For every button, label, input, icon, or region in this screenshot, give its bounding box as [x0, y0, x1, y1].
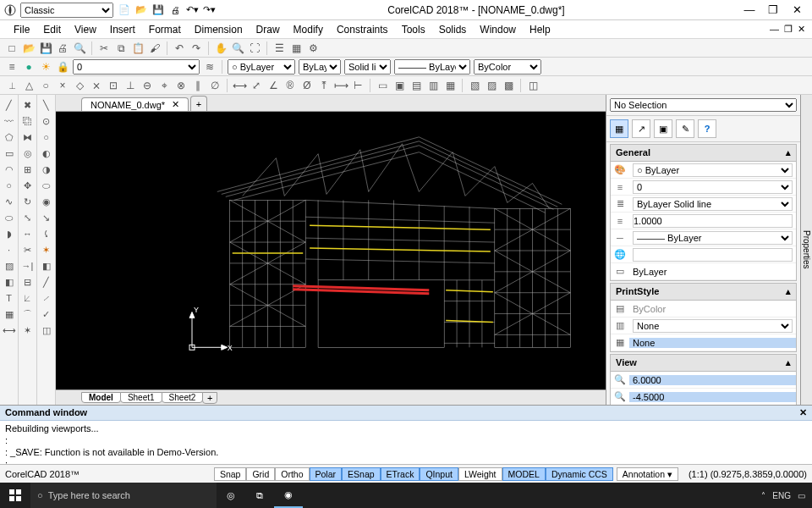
move-icon[interactable]: ✥: [21, 179, 35, 192]
m11-icon[interactable]: ◧: [40, 259, 53, 273]
drawing-canvas[interactable]: Y X: [56, 112, 606, 389]
osnap-none-icon[interactable]: ∅: [208, 79, 222, 92]
osnap-node-icon[interactable]: ×: [56, 79, 69, 92]
tray-lang[interactable]: ENG: [772, 491, 791, 500]
m13-icon[interactable]: ⟋: [40, 291, 53, 305]
section-general-header[interactable]: General▴: [610, 144, 797, 162]
menu-draw[interactable]: Draw: [250, 22, 287, 37]
dim-cont-icon[interactable]: ⟼: [334, 79, 348, 92]
tray-more-icon[interactable]: ▭: [798, 491, 805, 500]
undo2-icon[interactable]: ↶: [173, 41, 186, 55]
linestyle-select[interactable]: Solid line: [344, 59, 391, 75]
dim-linear-icon[interactable]: ⟷: [233, 79, 246, 92]
dim-base-icon[interactable]: ⊢: [351, 79, 365, 92]
point-tool-icon[interactable]: ·: [3, 243, 16, 257]
dim-radius-icon[interactable]: ®: [283, 79, 297, 92]
bycolor-select[interactable]: ByColor: [474, 59, 541, 75]
extend-icon[interactable]: →|: [21, 259, 35, 273]
menu-help[interactable]: Help: [523, 22, 557, 37]
command-output[interactable]: Rebuilding viewports... : : _SAVE: Funct…: [0, 421, 812, 464]
maximize-button[interactable]: ❐: [761, 3, 785, 16]
color-select[interactable]: ○ ByLayer: [228, 59, 295, 75]
properties-side-label[interactable]: Properties: [800, 95, 812, 405]
m2-icon[interactable]: ⊙: [40, 114, 53, 128]
prop-linestyle-select[interactable]: ——— ByLayer: [633, 231, 793, 245]
close-button[interactable]: ✕: [785, 3, 809, 16]
designcenter-icon[interactable]: ▦: [289, 41, 303, 55]
circle-tool-icon[interactable]: ○: [3, 179, 16, 192]
m14-icon[interactable]: ✓: [40, 307, 53, 321]
osnap-end-icon[interactable]: ⟂: [5, 79, 19, 92]
redo2-icon[interactable]: ↷: [189, 41, 203, 55]
lock-icon[interactable]: 🔒: [56, 60, 69, 74]
menu-modify[interactable]: Modify: [287, 22, 330, 37]
fillet-icon[interactable]: ⌒: [21, 307, 35, 321]
redo-icon[interactable]: ↷▾: [203, 4, 215, 16]
osnap-quad-icon[interactable]: ◇: [73, 79, 86, 92]
array-icon[interactable]: ⊞: [21, 163, 35, 176]
tray-up-icon[interactable]: ˄: [761, 491, 765, 500]
add-tab-button[interactable]: +: [190, 96, 207, 111]
match-icon[interactable]: 🖌: [148, 41, 162, 55]
osnap-par-icon[interactable]: ∥: [191, 79, 205, 92]
explode-icon[interactable]: ✶: [21, 323, 35, 337]
status-ortho[interactable]: Ortho: [275, 467, 309, 481]
m1-icon[interactable]: ╲: [40, 98, 53, 112]
zoom-icon[interactable]: 🔍: [231, 41, 244, 55]
dim-ord-icon[interactable]: ⤒: [317, 79, 331, 92]
menu-format[interactable]: Format: [142, 22, 188, 37]
print2-icon[interactable]: 🖨: [56, 41, 69, 55]
bylayer2-select[interactable]: ——— ByLayer: [394, 59, 470, 75]
taskview-icon[interactable]: ⧉: [245, 483, 274, 508]
region-tool-icon[interactable]: ◧: [3, 275, 16, 289]
prop-layer-select[interactable]: 0: [633, 180, 793, 194]
line-tool-icon[interactable]: ╱: [3, 98, 16, 112]
mdi-minimize-icon[interactable]: —: [770, 24, 779, 35]
add-sheet-button[interactable]: +: [202, 392, 217, 404]
prop-linetype-select[interactable]: ByLayer Solid line: [633, 197, 793, 211]
constr9-icon[interactable]: ◫: [526, 79, 540, 92]
osnap-perp-icon[interactable]: ⊥: [123, 79, 137, 92]
menu-view[interactable]: View: [68, 22, 103, 37]
m5-icon[interactable]: ◑: [40, 163, 53, 176]
menu-tools[interactable]: Tools: [395, 22, 432, 37]
status-qinput[interactable]: QInput: [420, 467, 458, 481]
new-icon[interactable]: □: [5, 41, 19, 55]
print-icon[interactable]: 🖨: [169, 4, 181, 16]
sheet-tab-model[interactable]: Model: [81, 392, 121, 403]
prop-hyperlink-input[interactable]: [633, 248, 793, 262]
osnap-int-icon[interactable]: ⨯: [90, 79, 103, 92]
document-tab[interactable]: NONAME_0.dwg* ✕: [81, 97, 189, 111]
pan-icon[interactable]: ✋: [214, 41, 228, 55]
constr4-icon[interactable]: ▥: [426, 79, 440, 92]
status-grid[interactable]: Grid: [246, 467, 275, 481]
trim-icon[interactable]: ✂: [21, 243, 35, 257]
menu-solids[interactable]: Solids: [432, 22, 474, 37]
pp-btn-2[interactable]: ↗: [632, 119, 650, 138]
tool-icon[interactable]: ⚙: [306, 41, 320, 55]
cortana-icon[interactable]: ◎: [217, 483, 245, 508]
copy-icon[interactable]: ⧉: [114, 41, 128, 55]
break-icon[interactable]: ⊟: [21, 275, 35, 289]
menu-constraints[interactable]: Constraints: [330, 22, 395, 37]
pp-btn-3[interactable]: ▣: [654, 119, 672, 138]
menu-insert[interactable]: Insert: [103, 22, 142, 37]
command-close-icon[interactable]: ✕: [799, 407, 807, 418]
erase-icon[interactable]: ✖: [21, 98, 35, 112]
m15-icon[interactable]: ◫: [40, 323, 53, 337]
spline-tool-icon[interactable]: ∿: [3, 195, 16, 208]
taskbar-search[interactable]: ○Type here to search: [30, 483, 217, 508]
hatch-tool-icon[interactable]: ▨: [3, 259, 16, 273]
dim-aligned-icon[interactable]: ⤢: [250, 79, 263, 92]
status-dynamic ccs[interactable]: Dynamic CCS: [546, 467, 613, 481]
open-icon[interactable]: 📂: [135, 4, 147, 16]
pp-help-button[interactable]: ?: [698, 119, 716, 138]
arc-tool-icon[interactable]: ◠: [3, 163, 16, 176]
polygon-tool-icon[interactable]: ⬠: [3, 130, 16, 144]
rotate-icon[interactable]: ↻: [21, 195, 35, 208]
menu-edit[interactable]: Edit: [36, 22, 68, 37]
cut-icon[interactable]: ✂: [97, 41, 111, 55]
zoomext-icon[interactable]: ⛶: [248, 41, 261, 55]
osnap-near-icon[interactable]: ⌖: [157, 79, 171, 92]
linetype-select[interactable]: ByLayer: [299, 59, 341, 75]
